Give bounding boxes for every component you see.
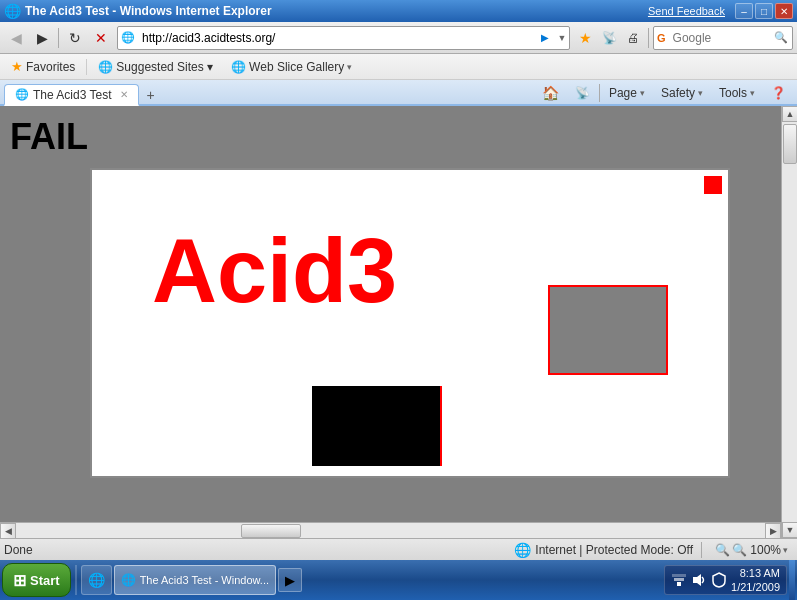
- clock-date: 1/21/2009: [731, 580, 780, 594]
- rss-feed-button[interactable]: 📡: [568, 82, 597, 104]
- horizontal-scrollbar: ◀ ▶: [0, 522, 781, 538]
- search-engine-icon: G: [654, 32, 669, 44]
- search-input[interactable]: [669, 27, 769, 49]
- fav-separator: [86, 59, 87, 75]
- scroll-v-track[interactable]: [782, 122, 797, 522]
- address-bar: 🌐 ▶ ▼: [117, 26, 570, 50]
- tab-right-controls: 🏠 📡 Page ▾ Safety ▾ Tools ▾ ❓: [535, 82, 793, 104]
- safety-label: Safety: [661, 86, 695, 100]
- back-button[interactable]: ◀: [4, 26, 28, 50]
- tray-security-icon[interactable]: [711, 572, 727, 588]
- scroll-v-thumb[interactable]: [783, 124, 797, 164]
- windows-logo-icon: ⊞: [13, 571, 26, 590]
- favorites-button[interactable]: ★ Favorites: [4, 56, 82, 77]
- tab-close-icon[interactable]: ✕: [120, 89, 128, 100]
- home-button[interactable]: 🏠: [535, 82, 566, 104]
- ie-icon-taskbar[interactable]: 🌐: [81, 565, 112, 595]
- start-button[interactable]: ⊞ Start: [2, 563, 71, 597]
- page-content: FAIL Acid3 ◀ ▶: [0, 106, 781, 538]
- rss-button[interactable]: 📡: [598, 26, 620, 50]
- acid3-title: Acid3: [152, 220, 397, 323]
- zoom-level: 🔍 100%: [732, 543, 781, 557]
- tab-label: The Acid3 Test: [33, 88, 112, 102]
- taskbar-separator: [75, 565, 77, 595]
- scroll-up-button[interactable]: ▲: [782, 106, 797, 122]
- tab-acid3[interactable]: 🌐 The Acid3 Test ✕: [4, 84, 139, 106]
- tray-network-icon[interactable]: [671, 572, 687, 588]
- ie-taskbar-label: The Acid3 Test - Window...: [140, 574, 269, 586]
- address-input[interactable]: [138, 27, 535, 49]
- send-feedback-link[interactable]: Send Feedback: [648, 5, 725, 17]
- web-page: FAIL Acid3: [0, 106, 781, 522]
- scroll-h-track[interactable]: [16, 523, 765, 539]
- scroll-h-thumb[interactable]: [241, 524, 301, 538]
- ie-active-icon: 🌐: [121, 573, 136, 587]
- tab-bar: 🌐 The Acid3 Test ✕ + 🏠 📡 Page ▾ Safety ▾: [0, 80, 797, 106]
- web-slice-button[interactable]: 🌐 Web Slice Gallery ▾: [224, 57, 359, 77]
- maximize-button[interactable]: □: [755, 3, 773, 19]
- zoom-icon: 🔍: [715, 543, 730, 557]
- svg-marker-3: [693, 574, 701, 586]
- svg-rect-1: [674, 578, 684, 581]
- go-button[interactable]: ▶: [535, 26, 555, 50]
- suggested-sites-button[interactable]: 🌐 Suggested Sites ▾: [91, 57, 220, 77]
- forward-button[interactable]: ▶: [30, 26, 54, 50]
- acid3-taskbar-button[interactable]: 🌐 The Acid3 Test - Window...: [114, 565, 276, 595]
- address-dropdown[interactable]: ▼: [555, 26, 569, 50]
- internet-zone-icon: 🌐: [514, 542, 531, 558]
- favorites-label: Favorites: [26, 60, 75, 74]
- zoom-button[interactable]: 🔍 🔍 100% ▾: [710, 542, 793, 558]
- ie-taskbar-icon: 🌐: [88, 572, 105, 588]
- page-menu-button[interactable]: Page ▾: [602, 82, 652, 104]
- web-slice-label: Web Slice Gallery: [249, 60, 344, 74]
- web-slice-icon: 🌐: [231, 60, 246, 74]
- status-right: 🌐 Internet | Protected Mode: Off 🔍 🔍 100…: [514, 542, 793, 558]
- media-icon: ▶: [285, 573, 295, 588]
- tray-volume-icon[interactable]: [691, 572, 707, 588]
- new-tab-button[interactable]: +: [141, 86, 161, 104]
- safety-menu-button[interactable]: Safety ▾: [654, 82, 710, 104]
- safety-dropdown-arrow: ▾: [698, 88, 703, 98]
- start-label: Start: [30, 573, 60, 588]
- help-icon: ❓: [771, 86, 786, 100]
- nav-bar: ◀ ▶ ↻ ✕ 🌐 ▶ ▼ ★ 📡 🖨 G 🔍 ▼: [0, 22, 797, 54]
- taskbar: ⊞ Start 🌐 🌐 The Acid3 Test - Window... ▶: [0, 560, 797, 600]
- svg-rect-0: [677, 582, 681, 586]
- search-dropdown[interactable]: ▼: [793, 26, 797, 50]
- minimize-button[interactable]: –: [735, 3, 753, 19]
- fail-text: FAIL: [10, 116, 771, 158]
- stop-button[interactable]: ✕: [89, 26, 113, 50]
- print-button[interactable]: 🖨: [622, 26, 644, 50]
- refresh-button[interactable]: ↻: [63, 26, 87, 50]
- scroll-left-button[interactable]: ◀: [0, 523, 16, 539]
- system-clock[interactable]: 8:13 AM 1/21/2009: [731, 566, 780, 595]
- tools-menu-button[interactable]: Tools ▾: [712, 82, 762, 104]
- nav-separator-1: [58, 28, 59, 48]
- internet-zone-text: Internet | Protected Mode: Off: [535, 543, 693, 557]
- show-desktop-button[interactable]: [789, 560, 795, 600]
- add-favorites-button[interactable]: ★: [574, 26, 596, 50]
- acid3-frame: Acid3: [90, 168, 730, 478]
- red-corner-box: [704, 176, 722, 194]
- title-bar: 🌐 The Acid3 Test - Windows Internet Expl…: [0, 0, 797, 22]
- gray-box: [548, 285, 668, 375]
- scroll-right-button[interactable]: ▶: [765, 523, 781, 539]
- toolbar-separator: [599, 84, 600, 102]
- window-title: The Acid3 Test - Windows Internet Explor…: [25, 4, 272, 18]
- media-player-button[interactable]: ▶: [278, 568, 302, 592]
- star-icon: ★: [11, 59, 23, 74]
- page-icon: 🌐: [118, 28, 138, 48]
- browser-body: FAIL Acid3 ◀ ▶: [0, 106, 797, 538]
- svg-rect-2: [672, 574, 686, 577]
- clock-time: 8:13 AM: [731, 566, 780, 580]
- browser-window: 🌐 The Acid3 Test - Windows Internet Expl…: [0, 0, 797, 560]
- search-button[interactable]: 🔍: [769, 26, 793, 50]
- zoom-dropdown-arrow: ▾: [783, 545, 788, 555]
- close-button[interactable]: ✕: [775, 3, 793, 19]
- nav-separator-2: [648, 28, 649, 48]
- tab-icon: 🌐: [15, 88, 29, 101]
- ie-logo-icon: 🌐: [4, 3, 21, 19]
- help-button[interactable]: ❓: [764, 82, 793, 104]
- page-label: Page: [609, 86, 637, 100]
- scroll-down-button[interactable]: ▼: [782, 522, 797, 538]
